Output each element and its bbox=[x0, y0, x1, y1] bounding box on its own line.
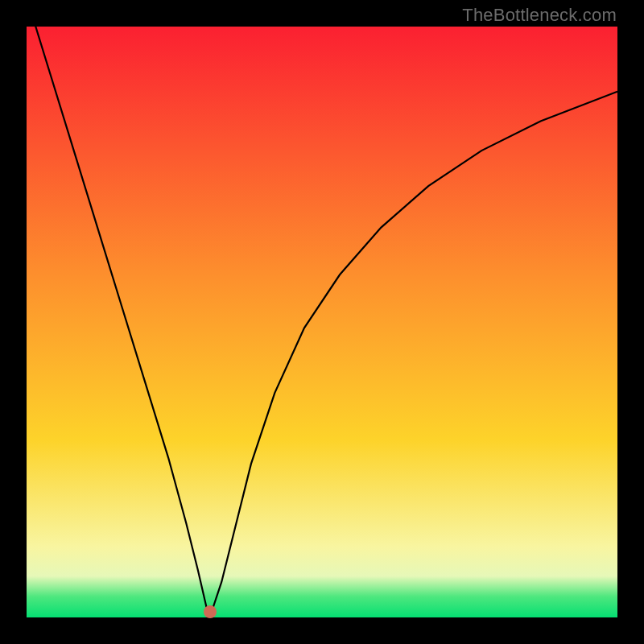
bottleneck-curve bbox=[27, 27, 617, 617]
chart-frame: TheBottleneck.com bbox=[0, 0, 644, 644]
watermark-text: TheBottleneck.com bbox=[462, 5, 617, 26]
plot-area bbox=[27, 27, 617, 617]
optimal-point-marker bbox=[204, 605, 217, 618]
